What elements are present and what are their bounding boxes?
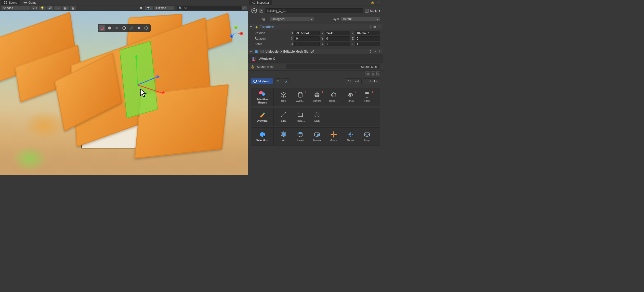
position-x-field[interactable]: -90.56344 — [294, 31, 320, 35]
axis-x-label[interactable]: x — [240, 32, 243, 35]
overlay-line-icon[interactable] — [128, 25, 134, 31]
static-dropdown[interactable]: Static ▾ — [365, 9, 380, 13]
svg-point-29 — [298, 92, 302, 94]
tool-line[interactable]: Line — [276, 110, 292, 124]
list-layout-icon[interactable]: ▤ — [366, 72, 370, 75]
lock-toggle[interactable]: 🔓 — [369, 1, 376, 5]
static-checkbox[interactable] — [365, 9, 368, 13]
tab-inspector[interactable]: ⓘ Inspector — [249, 0, 272, 6]
mode-2d-toggle[interactable]: 2D — [32, 6, 38, 10]
scene-toolbar: Shaded ▾ 2D 💡 🔊 ✦▾ ▦▾ ▦ 🛠 📷▾ Gizmos ▾ 🔍 … — [0, 6, 248, 11]
scale-z-field[interactable]: 1 — [355, 42, 380, 46]
draw-mode-dropdown[interactable]: Shaded ▾ — [1, 6, 30, 10]
tag-dropdown[interactable]: Untagged ▾ — [270, 17, 314, 21]
axis-z-label[interactable]: z — [230, 34, 233, 38]
tool-torus[interactable]: +Torus — [342, 90, 358, 104]
plus-icon: + — [322, 91, 323, 93]
tool-invert[interactable]: Invert — [292, 129, 308, 143]
chevron-down-icon: ▾ — [27, 7, 28, 9]
svg-marker-66 — [348, 134, 348, 135]
help-icon[interactable]: ? — [370, 25, 372, 29]
component-menu[interactable]: ⋮ — [378, 50, 381, 53]
component-menu[interactable]: ⋮ — [378, 25, 381, 29]
component-title: U Modeler X Editable Mesh (Script) — [266, 50, 368, 53]
active-checkbox[interactable] — [260, 9, 263, 13]
scale-y-field[interactable]: 1 — [324, 42, 350, 46]
inspector-context-menu[interactable]: ⋮ — [376, 1, 382, 5]
help-icon[interactable]: ? — [370, 50, 372, 53]
tab-scene[interactable]: Scene — [1, 0, 20, 6]
position-z-field[interactable]: 107.3407 — [355, 31, 380, 35]
tag-layer-row: Tag Untagged ▾ Layer Default ▾ — [248, 16, 383, 24]
tool-sphere[interactable]: +Sphere — [309, 90, 325, 104]
scene-viewport[interactable]: y x z ⚙ — [0, 11, 248, 175]
rotation-x-field[interactable]: 0 — [294, 36, 320, 41]
gizmos-dropdown[interactable]: Gizmos ▾ — [154, 6, 174, 10]
tool-isolate[interactable]: Isolate — [309, 129, 325, 143]
position-y-field[interactable]: 24.41 — [324, 31, 350, 35]
scale-x-field[interactable]: 1 — [294, 42, 320, 46]
tab-context-menu[interactable]: ⋮ — [241, 1, 247, 5]
mode-paint-button[interactable] — [283, 78, 290, 84]
maximize-button[interactable]: ⤢ — [242, 6, 247, 10]
tool-pipe[interactable]: +Pipe — [359, 90, 375, 104]
overlay-umodeler-icon[interactable] — [99, 25, 105, 31]
export-button[interactable]: ⤴ Export — [345, 78, 362, 84]
foldout-toggle[interactable]: ▾ — [250, 25, 253, 29]
axis-y-label[interactable]: y — [234, 26, 238, 29]
mode-rigging-button[interactable] — [274, 78, 282, 84]
tool-grow[interactable]: Grow — [326, 129, 342, 143]
fx-toggle[interactable]: ✦▾ — [54, 6, 61, 10]
layer-dropdown[interactable]: Default ▾ — [341, 17, 380, 21]
editor-button[interactable]: ▭ Editor — [363, 78, 380, 84]
svg-marker-21 — [254, 80, 256, 83]
svg-marker-52 — [298, 132, 303, 134]
tool-label: Recta… — [293, 119, 308, 122]
tools-icon-button[interactable]: 🛠 — [138, 6, 144, 10]
overlay-object-icon[interactable] — [143, 25, 149, 31]
svg-marker-59 — [333, 131, 334, 132]
overlay-cube-icon[interactable] — [106, 25, 112, 31]
audio-toggle[interactable]: 🔊 — [46, 6, 53, 10]
camera-dropdown[interactable]: 📷▾ — [145, 6, 153, 10]
hidden-toggle[interactable]: ▦▾ — [62, 6, 69, 10]
tool-disk[interactable]: Disk — [309, 110, 325, 124]
overlay-circle-icon[interactable] — [121, 25, 127, 31]
tool-rectangle[interactable]: Recta… — [292, 110, 308, 124]
tool-cylinder[interactable]: +Cylin… — [292, 90, 308, 104]
grid-layout-icon[interactable]: ⊞ — [371, 72, 375, 75]
tab-game[interactable]: Game — [20, 0, 40, 6]
chevron-down-icon: ▾ — [150, 7, 152, 10]
section-primitive-shapes: Primitive Shapes +Box+Cylin…+Sphere+Icos… — [251, 88, 380, 106]
preset-icon[interactable]: ⇄ — [374, 50, 376, 53]
component-enabled-checkbox[interactable] — [260, 50, 264, 53]
gameobject-icon[interactable] — [251, 7, 258, 14]
lightbulb-icon: 💡 — [40, 7, 44, 10]
mode-modeling-button[interactable]: Modeling — [251, 78, 273, 84]
foldout-toggle[interactable]: ▾ — [250, 50, 253, 53]
grid-toggle[interactable]: ▦ — [70, 6, 76, 10]
torus-icon — [347, 91, 354, 98]
fx-icon: ✦ — [56, 7, 58, 10]
tool-icosphere[interactable]: +Icosp… — [326, 90, 342, 104]
info-icon: ⓘ — [252, 1, 256, 5]
tool-all[interactable]: All — [276, 129, 292, 143]
window-icon: ▭ — [366, 80, 368, 83]
preset-icon[interactable]: ⇄ — [374, 25, 376, 29]
compact-layout-icon[interactable]: ⊟ — [376, 72, 380, 75]
tool-loop[interactable]: Loop — [359, 129, 375, 143]
lighting-toggle[interactable]: 💡 — [39, 6, 46, 10]
overlay-face-icon[interactable] — [136, 25, 142, 31]
svg-line-42 — [282, 113, 285, 116]
tool-shrink[interactable]: Shrink — [342, 129, 358, 143]
gameobject-name-field[interactable]: Building_C_01 — [265, 8, 363, 13]
scene-search[interactable]: 🔍 All — [177, 6, 241, 10]
source-mesh-field[interactable]: Source Mesh — [286, 64, 380, 69]
svg-point-22 — [278, 80, 278, 81]
overlay-settings-icon[interactable]: ⚙ — [114, 25, 120, 31]
tool-box[interactable]: +Box — [276, 90, 292, 104]
rotation-z-field[interactable]: 0 — [355, 36, 380, 41]
orientation-gizmo[interactable]: y x z — [230, 26, 243, 39]
svg-marker-65 — [350, 136, 351, 137]
rotation-y-field[interactable]: 0 — [324, 36, 350, 41]
